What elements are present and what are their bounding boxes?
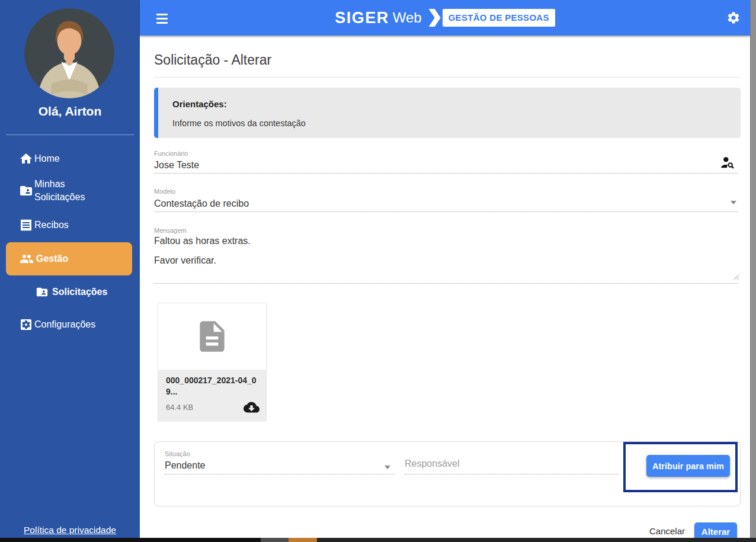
vertical-scrollbar[interactable]: [750, 0, 756, 542]
sidebar-divider: [6, 134, 134, 135]
funcionario-underline: [154, 173, 738, 174]
sidebar: Olá, Airton Home Minhas Solicitações Rec…: [0, 0, 140, 542]
badge-chevron-icon: [429, 9, 441, 27]
top-bar: SIGER Web GESTÃO DE PESSOAS: [140, 0, 750, 36]
situacao-underline: [165, 474, 395, 474]
person-search-icon[interactable]: [720, 155, 735, 171]
resize-handle-icon[interactable]: [733, 274, 739, 280]
title-divider: [154, 77, 741, 78]
modelo-select[interactable]: Contestação de recibo: [154, 198, 249, 209]
situacao-label: Situação: [165, 450, 190, 457]
attachment-info: 000_000217_2021-04_09... 64.4 KB: [158, 370, 266, 422]
user-greeting: Olá, Airton: [0, 104, 140, 118]
guidance-text: Informe os motivos da contestação: [172, 118, 306, 128]
modelo-underline: [154, 211, 738, 212]
situacao-select[interactable]: Pendente: [165, 460, 206, 471]
funcionario-label: Funcionário: [154, 150, 188, 157]
caret-down-icon[interactable]: [731, 201, 736, 204]
sidebar-item-label: Home: [34, 153, 60, 164]
brand-siger: SIGER: [335, 9, 389, 27]
sidebar-item-solicitacoes[interactable]: Solicitações: [0, 283, 140, 301]
receipt-icon: [19, 218, 33, 232]
cancel-button[interactable]: Cancelar: [643, 526, 691, 536]
folder-shared-icon: [36, 286, 49, 299]
cloud-download-icon[interactable]: [244, 399, 260, 415]
brand-web: Web: [393, 9, 422, 26]
attachment-card[interactable]: 000_000217_2021-04_09... 64.4 KB: [158, 303, 267, 421]
attachment-filename: 000_000217_2021-04_09...: [166, 375, 258, 397]
avatar: [24, 8, 114, 98]
settings-box-icon: [19, 317, 33, 332]
assign-to-me-button[interactable]: Atribuir para mim: [646, 455, 730, 477]
sidebar-item-minhas-solicitacoes[interactable]: Minhas Solicitações: [0, 177, 140, 205]
modelo-label: Modelo: [154, 188, 175, 195]
mensagem-textarea[interactable]: Faltou as horas extras. Favor verificar.: [154, 236, 735, 266]
guidance-box: Orientações: Informe os motivos da conte…: [154, 88, 741, 138]
folder-shared-icon: [19, 184, 33, 198]
gear-icon[interactable]: [726, 11, 741, 25]
guidance-title: Orientações:: [172, 99, 227, 109]
sidebar-item-label: Recibos: [34, 220, 69, 230]
sidebar-item-recibos[interactable]: Recibos: [0, 216, 140, 235]
sidebar-item-gestao[interactable]: Gestão: [0, 242, 140, 275]
sidebar-item-label: Configurações: [34, 319, 95, 330]
mensagem-underline: [154, 283, 738, 284]
funcionario-value[interactable]: Jose Teste: [154, 160, 199, 171]
module-badge: GESTÃO DE PESSOAS: [443, 9, 555, 27]
home-icon: [19, 152, 33, 166]
sidebar-item-home[interactable]: Home: [0, 149, 140, 168]
privacy-policy-link[interactable]: Política de privacidade: [0, 525, 140, 535]
sidebar-item-label: Solicitações: [52, 287, 107, 297]
page-title: Solicitação - Alterar: [154, 52, 271, 68]
bottom-edge-bar: [0, 538, 756, 542]
caret-down-icon[interactable]: [385, 466, 390, 469]
mensagem-label: Mensagem: [154, 227, 186, 234]
app-logo: SIGER Web GESTÃO DE PESSOAS: [335, 9, 555, 27]
attachment-preview: [158, 303, 266, 370]
responsavel-input[interactable]: [405, 458, 618, 469]
people-icon: [20, 252, 34, 266]
hamburger-icon[interactable]: [156, 14, 168, 26]
sidebar-item-configuracoes[interactable]: Configurações: [0, 315, 140, 334]
sidebar-item-label: Gestão: [36, 254, 68, 264]
app-screen: Olá, Airton Home Minhas Solicitações Rec…: [0, 0, 756, 542]
attachment-filesize: 64.4 KB: [166, 403, 193, 412]
sidebar-item-label: Minhas Solicitações: [34, 178, 113, 204]
responsavel-underline: [405, 474, 619, 474]
document-icon: [194, 318, 230, 355]
